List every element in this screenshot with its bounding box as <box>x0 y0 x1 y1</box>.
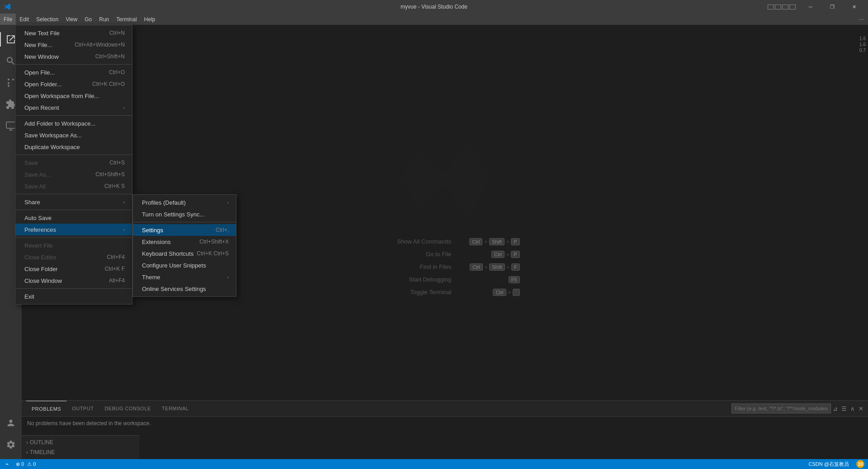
menu-preferences[interactable]: Preferences › <box>15 224 132 235</box>
separator-1 <box>15 64 132 65</box>
more-actions-button[interactable]: ··· <box>855 15 868 23</box>
timeline-section[interactable]: › TIMELINE <box>22 447 139 457</box>
remote-status[interactable]: ⌁ <box>4 459 10 469</box>
menu-share[interactable]: Share › <box>15 196 132 208</box>
titlebar: myvue - Visual Studio Code ─ ❐ ✕ <box>0 0 868 14</box>
restore-button[interactable]: ❐ <box>822 0 843 14</box>
tab-terminal[interactable]: TERMINAL <box>156 401 194 417</box>
outline-chevron: › <box>26 439 28 446</box>
panel-close-icon[interactable]: ✕ <box>859 405 863 412</box>
panel-collapse-icon[interactable]: ∧ <box>850 405 855 412</box>
pref-settings[interactable]: Settings Ctrl+, <box>133 224 236 236</box>
separator-7 <box>15 288 132 289</box>
menu-item-terminal[interactable]: Terminal <box>113 14 140 25</box>
menu-save: Save Ctrl+S <box>15 157 132 169</box>
layout-icon-4 <box>789 5 796 9</box>
menu-item-run[interactable]: Run <box>95 14 113 25</box>
panel-tabs-left: PROBLEMS OUTPUT DEBUG CONSOLE TERMINAL <box>26 401 194 417</box>
minimize-button[interactable]: ─ <box>800 0 821 14</box>
key-ctrl-t: Ctrl <box>493 289 506 296</box>
errors-status[interactable]: ⊗ 0 ⚠ 0 <box>14 459 38 469</box>
menu-close-editor: Close Editor Ctrl+F4 <box>15 251 132 263</box>
vscode-logo-icon <box>4 3 11 10</box>
shortcut-label-debug: Start Debugging <box>370 276 451 283</box>
menu-duplicate-workspace[interactable]: Duplicate Workspace <box>15 141 132 153</box>
menu-item-file[interactable]: File <box>0 14 16 25</box>
outline-label: OUTLINE <box>30 439 53 446</box>
right-stats-panel: 1.6 1.6 0.7 <box>859 36 866 53</box>
statusbar-left: ⌁ ⊗ 0 ⚠ 0 <box>4 459 38 469</box>
key-ctrl-3: Ctrl <box>470 263 483 271</box>
pref-theme[interactable]: Theme › <box>133 271 236 283</box>
menu-item-help[interactable]: Help <box>141 14 159 25</box>
panel-area: PROBLEMS OUTPUT DEBUG CONSOLE TERMINAL ⊿… <box>22 400 868 459</box>
menu-add-folder[interactable]: Add Folder to Workspace... <box>15 117 132 129</box>
menu-exit[interactable]: Exit <box>15 291 132 302</box>
shortcut-row-goto: Go to File Ctrl + P <box>370 251 519 258</box>
menubar: File Edit Selection View Go Run Terminal… <box>0 14 868 25</box>
pref-online-services[interactable]: Online Services Settings <box>133 283 236 295</box>
separator-4 <box>15 194 132 194</box>
menu-open-workspace[interactable]: Open Workspace from File... <box>15 90 132 102</box>
outline-section[interactable]: › OUTLINE <box>22 437 139 447</box>
shortcut-keys-find: Ctrl + Shift + F <box>470 263 520 271</box>
shortcut-keys-commands: Ctrl + Shift + P <box>469 238 519 245</box>
titlebar-title: myvue - Visual Studio Code <box>401 4 467 10</box>
csdn-label: CSDN @石笈教员 <box>809 461 849 468</box>
menu-item-selection[interactable]: Selection <box>33 14 62 25</box>
menu-item-view[interactable]: View <box>62 14 81 25</box>
pref-keyboard-shortcuts[interactable]: Keyboard Shortcuts Ctrl+K Ctrl+S <box>133 248 236 259</box>
shortcut-row-terminal: Toggle Terminal Ctrl + ` <box>370 289 519 296</box>
key-ctrl-2: Ctrl <box>491 251 505 258</box>
separator-3 <box>15 155 132 155</box>
pref-turn-on-sync[interactable]: Turn on Settings Sync... <box>133 208 236 220</box>
tab-problems[interactable]: PROBLEMS <box>26 401 66 417</box>
key-p-2: P <box>511 251 519 258</box>
key-f: F <box>511 263 520 271</box>
statusbar: ⌁ ⊗ 0 ⚠ 0 CSDN @石笈教员 10 <box>0 459 868 469</box>
menu-item-edit[interactable]: Edit <box>16 14 33 25</box>
menu-open-folder[interactable]: Open Folder... Ctrl+K Ctrl+O <box>15 78 132 90</box>
pref-profiles[interactable]: Profiles (Default) › <box>133 197 236 208</box>
layout-icon-1 <box>768 5 774 9</box>
menu-open-recent[interactable]: Open Recent › <box>15 102 132 113</box>
tab-debug-console[interactable]: DEBUG CONSOLE <box>99 401 156 417</box>
error-count: 0 <box>21 461 24 467</box>
menu-close-window[interactable]: Close Window Alt+F4 <box>15 275 132 286</box>
menu-new-text-file[interactable]: New Text File Ctrl+N <box>15 27 132 39</box>
menu-new-window[interactable]: New Window Ctrl+Shift+N <box>15 51 132 62</box>
pref-configure-snippets[interactable]: Configure User Snippets <box>133 259 236 271</box>
preferences-submenu: Profiles (Default) › Turn on Settings Sy… <box>132 194 236 297</box>
settings-gear-icon[interactable] <box>0 434 22 455</box>
stat-value-2: 1.6 <box>859 42 866 47</box>
shortcut-keys-terminal: Ctrl + ` <box>493 289 519 296</box>
close-button[interactable]: ✕ <box>844 0 864 14</box>
separator-5 <box>15 210 132 210</box>
menu-item-go[interactable]: Go <box>81 14 95 25</box>
filter-input[interactable] <box>731 403 831 413</box>
activitybar-bottom <box>0 412 22 459</box>
tab-output[interactable]: OUTPUT <box>66 401 99 417</box>
stat-value-3: 0.7 <box>859 48 866 53</box>
menu-save-all: Save All Ctrl+K S <box>15 180 132 192</box>
menu-close-folder[interactable]: Close Folder Ctrl+K F <box>15 263 132 275</box>
warning-icon: ⚠ <box>27 461 32 467</box>
list-view-icon[interactable]: ☰ <box>841 405 847 412</box>
filter-icon[interactable]: ⊿ <box>833 405 838 412</box>
key-f5: F5 <box>509 276 520 283</box>
menu-new-file[interactable]: New File... Ctrl+Alt+Windows+N <box>15 39 132 51</box>
vscode-watermark <box>395 130 495 229</box>
menu-open-file[interactable]: Open File... Ctrl+O <box>15 66 132 78</box>
panel-content: No problems have been detected in the wo… <box>22 417 868 459</box>
stats-area: 10 <box>856 460 864 468</box>
account-icon[interactable] <box>0 412 22 434</box>
shortcut-row-commands: Show All Commands Ctrl + Shift + P <box>370 238 519 245</box>
panel-tabs: PROBLEMS OUTPUT DEBUG CONSOLE TERMINAL ⊿… <box>22 401 868 417</box>
shortcut-row-debug: Start Debugging F5 <box>370 276 519 283</box>
file-dropdown-menu: New Text File Ctrl+N New File... Ctrl+Al… <box>15 25 132 305</box>
menu-auto-save[interactable]: Auto Save <box>15 212 132 224</box>
pref-extensions[interactable]: Extensions Ctrl+Shift+X <box>133 236 236 248</box>
timeline-chevron: › <box>26 449 28 455</box>
pref-sep-1 <box>133 222 236 222</box>
menu-save-workspace-as[interactable]: Save Workspace As... <box>15 129 132 141</box>
